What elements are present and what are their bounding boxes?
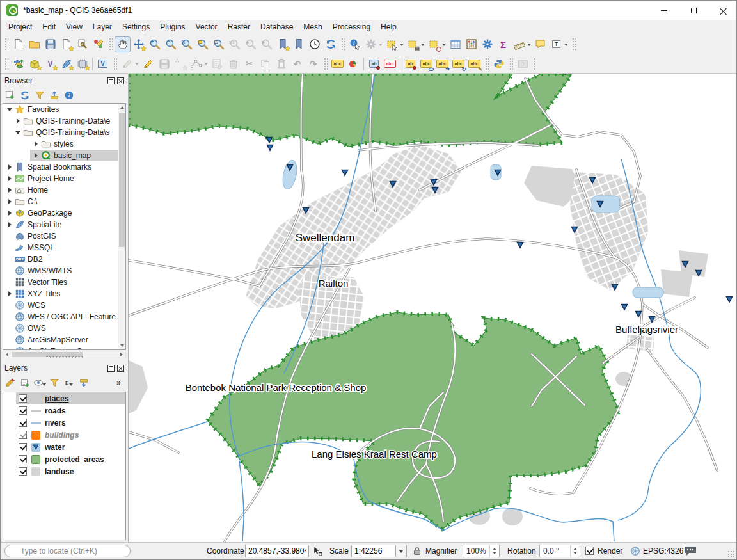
new-geopackage-layer-button[interactable] <box>26 56 42 72</box>
close-panel-icon[interactable] <box>117 365 124 372</box>
open-attribute-table-button[interactable] <box>447 36 463 52</box>
save-layer-edits-button[interactable] <box>156 56 172 72</box>
layer-row-protected-areas[interactable]: protected_areas <box>3 453 125 465</box>
select-features-by-value-button[interactable]: ▤ <box>405 36 421 52</box>
browser-item-wms-wmts[interactable]: WMS/WMTS <box>3 265 125 276</box>
scale-input[interactable] <box>351 545 396 557</box>
refresh-map-button[interactable] <box>322 36 338 52</box>
show-hide-labels-button[interactable]: abc <box>418 56 434 72</box>
toggle-editing-button[interactable] <box>140 56 156 72</box>
layer-row-buildings[interactable]: buildings <box>3 429 125 441</box>
measure-button[interactable] <box>511 36 527 52</box>
pan-to-selection-button[interactable] <box>131 36 147 52</box>
dropdown-arrow-icon[interactable] <box>135 63 139 67</box>
data-source-manager-button[interactable] <box>10 56 26 72</box>
expander-icon[interactable] <box>6 291 13 297</box>
toolbar-grip[interactable] <box>113 57 117 71</box>
browser-item-basic-map[interactable]: basic_map <box>3 150 125 161</box>
layer-diagram-options-button[interactable] <box>345 56 361 72</box>
layer-checkbox[interactable] <box>19 394 27 403</box>
new-spatial-bookmark-button[interactable] <box>274 36 290 52</box>
zoom-out-button[interactable]: − <box>162 36 178 52</box>
browser-item-db2[interactable]: DB2DB2 <box>3 253 125 265</box>
properties-widget-button[interactable]: i <box>63 89 75 102</box>
new-temporary-scratch-layer-button[interactable] <box>74 56 90 72</box>
zoom-next-button[interactable]: ▸ <box>258 36 274 52</box>
menu-help[interactable]: Help <box>376 21 402 33</box>
new-print-layout-button[interactable] <box>58 36 74 52</box>
browser-item-styles[interactable]: styles <box>3 138 125 150</box>
open-project-button[interactable] <box>26 36 42 52</box>
browser-item-spatial-bookmarks[interactable]: Spatial Bookmarks <box>3 161 125 173</box>
menu-plugins[interactable]: Plugins <box>155 21 190 33</box>
menu-project[interactable]: Project <box>3 21 37 33</box>
dropdown-arrow-icon[interactable] <box>421 44 425 48</box>
layer-checkbox[interactable] <box>19 431 27 439</box>
toolbar-grip[interactable] <box>484 57 489 71</box>
expander-icon[interactable] <box>33 152 39 159</box>
expander-icon[interactable] <box>6 198 13 205</box>
add-record-button[interactable]: ∴ <box>172 56 188 72</box>
new-spatialite-layer-button[interactable] <box>58 56 74 72</box>
scroll-right-icon[interactable] <box>118 351 125 358</box>
browser-item-project-home[interactable]: Project Home <box>3 173 125 184</box>
toolbar-grip[interactable] <box>533 57 537 71</box>
zoom-to-selection-button[interactable] <box>194 36 210 52</box>
toolbar-grip[interactable] <box>509 57 513 71</box>
lock-scale-icon[interactable] <box>413 547 422 556</box>
dropdown-arrow-icon[interactable] <box>379 44 383 48</box>
close-button[interactable] <box>708 1 737 20</box>
browser-item-home[interactable]: Home <box>3 184 125 196</box>
paste-features-button[interactable] <box>273 56 289 72</box>
map-canvas[interactable]: Swellendam Railton Bontebok National Par… <box>129 74 737 542</box>
save-project-button[interactable] <box>42 36 58 52</box>
browser-item-postgis[interactable]: PostGIS <box>3 230 125 242</box>
browser-item-vector-tiles[interactable]: Vector Tiles <box>3 276 125 288</box>
toolbar-grip[interactable] <box>323 57 328 71</box>
dropdown-arrow-icon[interactable] <box>527 44 531 48</box>
locate-input[interactable] <box>4 545 131 557</box>
layer-checkbox[interactable] <box>19 467 27 476</box>
pan-map-button[interactable] <box>115 36 131 52</box>
style-manager-button[interactable] <box>90 36 106 52</box>
field-calculator-button[interactable] <box>463 36 479 52</box>
browser-item-c-drive[interactable]: C:\ <box>3 196 125 207</box>
layer-row-places[interactable]: places <box>3 392 125 404</box>
layer-checkbox[interactable] <box>19 443 27 451</box>
delete-selected-button[interactable] <box>225 56 241 72</box>
browser-item-training-data-s[interactable]: QGIS-Training-Data\s <box>3 127 125 138</box>
temporal-controller-button[interactable] <box>306 36 322 52</box>
resize-grip[interactable] <box>727 550 735 558</box>
pin-labels-button[interactable]: ab <box>402 56 418 72</box>
run-feature-action-button[interactable] <box>363 36 379 52</box>
layer-row-landuse[interactable]: landuse <box>3 465 125 477</box>
spin-arrows-icon[interactable] <box>489 545 499 557</box>
processing-toolbox-button[interactable] <box>479 36 495 52</box>
browser-item-arcgis-featureserver[interactable]: ArcGisFeatureServer <box>3 346 125 350</box>
filter-legend-button[interactable] <box>48 376 61 389</box>
show-layout-manager-button[interactable] <box>74 36 90 52</box>
crs-label[interactable]: EPSG:4326 <box>643 547 683 556</box>
zoom-to-layer-button[interactable] <box>210 36 226 52</box>
zoom-native-button[interactable]: 1:1 <box>226 36 242 52</box>
layer-labeling-options-button[interactable]: abc <box>329 56 345 72</box>
zoom-full-button[interactable]: ⛶ <box>178 36 194 52</box>
browser-item-geopackage[interactable]: GeoPackage <box>3 207 125 219</box>
map-tips-button[interactable] <box>532 36 548 52</box>
identify-features-button[interactable] <box>347 36 363 52</box>
undo-button[interactable]: ↶ <box>289 56 305 72</box>
rotation-spinbox[interactable]: 0.0 ° <box>539 545 580 557</box>
expander-icon[interactable] <box>15 129 21 136</box>
show-spatial-bookmarks-button[interactable] <box>290 36 306 52</box>
expander-icon[interactable] <box>15 118 21 124</box>
toolbar-grip[interactable] <box>571 37 576 51</box>
coordinate-input[interactable] <box>245 545 309 557</box>
browser-item-mssql[interactable]: MSSQL <box>3 242 125 253</box>
layer-row-water[interactable]: water <box>3 441 125 453</box>
add-selected-layers-button[interactable] <box>4 89 17 102</box>
toolbar-grip[interactable] <box>108 37 113 51</box>
layer-checkbox[interactable] <box>19 406 27 415</box>
layer-checkbox[interactable] <box>19 419 27 427</box>
plugin-placeholder-button[interactable]: ? <box>515 56 531 72</box>
zoom-in-button[interactable]: + <box>147 36 162 52</box>
